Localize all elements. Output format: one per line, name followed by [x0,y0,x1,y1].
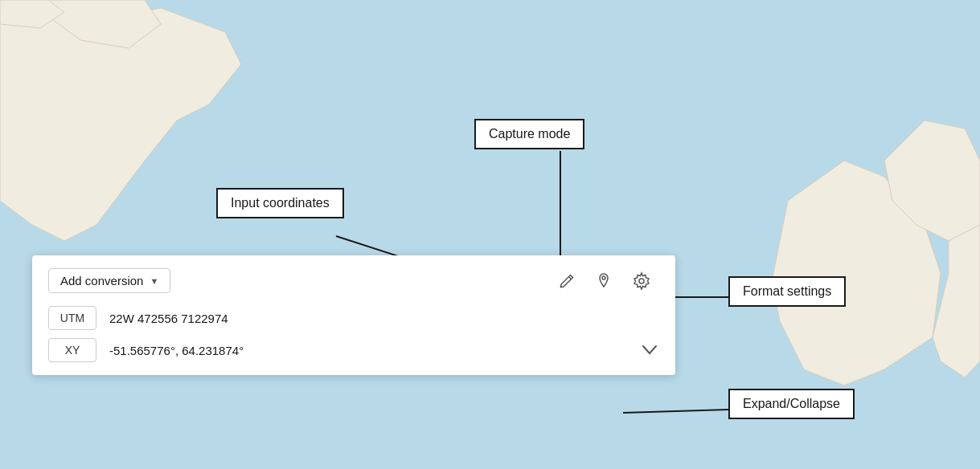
xy-value: -51.565776°, 64.231874° [109,344,640,357]
pin-icon-button[interactable] [593,271,614,292]
expand-collapse-label: Expand/Collapse [743,397,840,410]
svg-point-6 [639,279,644,283]
svg-point-5 [602,276,605,279]
input-coordinates-label: Input coordinates [231,196,330,210]
toolbar-icons [556,270,653,292]
capture-mode-label: Capture mode [489,127,570,141]
input-coordinates-callout: Input coordinates [216,188,344,218]
add-conversion-button[interactable]: Add conversion ▼ [48,268,170,293]
xy-label: XY [48,338,96,362]
add-conversion-chevron: ▼ [150,276,158,286]
coordinate-panel: Add conversion ▼ [32,255,675,375]
pin-icon [595,272,613,290]
expand-collapse-callout: Expand/Collapse [728,389,855,419]
format-settings-callout: Format settings [728,276,846,307]
format-settings-label: Format settings [743,284,831,298]
expand-collapse-button[interactable] [640,343,659,357]
pencil-icon-button[interactable] [556,271,577,292]
capture-mode-callout: Capture mode [474,119,584,149]
pencil-icon [558,272,576,290]
xy-row: XY -51.565776°, 64.231874° [48,338,659,362]
gear-icon [632,271,651,291]
add-conversion-label: Add conversion [60,274,143,288]
panel-toolbar: Add conversion ▼ [48,268,659,293]
utm-label: UTM [48,306,96,330]
utm-value: 22W 472556 7122974 [109,312,659,325]
gear-icon-button[interactable] [630,270,653,292]
chevron-down-icon [642,345,658,356]
utm-row: UTM 22W 472556 7122974 [48,306,659,330]
coord-rows: UTM 22W 472556 7122974 XY -51.565776°, 6… [48,306,659,362]
